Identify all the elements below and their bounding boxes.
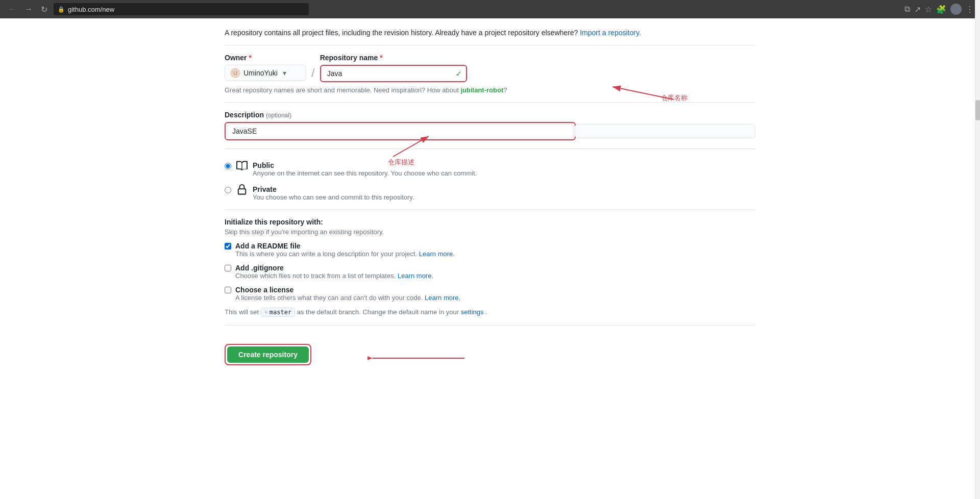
url-text: github.com/new [68, 6, 114, 13]
extensions-icon[interactable]: 🧩 [936, 5, 946, 14]
create-arrow-svg [368, 348, 470, 368]
repo-name-input[interactable] [322, 67, 465, 80]
branch-badge: ⑂ master [261, 308, 295, 317]
description-input-wrapper [225, 122, 576, 140]
section-divider [225, 45, 755, 45]
private-icon [236, 184, 248, 198]
gitignore-info: Add .gitignore Choose which files not to… [235, 264, 433, 280]
license-description: A license tells others what they can and… [235, 294, 460, 302]
suggestion-text: Great repository names are short and mem… [225, 86, 755, 94]
license-info: Choose a license A license tells others … [235, 286, 460, 302]
public-radio[interactable] [225, 163, 231, 169]
repo-name-wrapper: ✓ [320, 65, 467, 82]
private-info: Private You choose who can see and commi… [253, 185, 414, 201]
page-content: A repository contains all project files,… [204, 18, 776, 396]
description-divider [225, 102, 755, 103]
private-radio[interactable] [225, 187, 231, 193]
owner-select[interactable]: U UminoYuki ▾ [225, 65, 306, 81]
owner-repo-row: Owner * U UminoYuki ▾ / Repository name … [225, 54, 755, 82]
default-branch-text: This will set ⑂ master as the default br… [225, 308, 755, 317]
import-link[interactable]: Import a repository. [580, 29, 641, 37]
public-icon [236, 160, 248, 174]
public-info: Public Anyone on the internet can see th… [253, 161, 477, 177]
init-divider [225, 209, 755, 210]
readme-learn-more[interactable]: Learn more. [419, 250, 455, 258]
private-option: Private You choose who can see and commi… [225, 185, 755, 201]
suggestion-name: jubilant-robot [460, 86, 503, 94]
intro-text: A repository contains all project files,… [225, 29, 755, 37]
menu-icon[interactable]: ⋮ [966, 5, 974, 14]
public-description: Anyone on the internet can see this repo… [253, 169, 477, 177]
owner-field-group: Owner * U UminoYuki ▾ [225, 54, 306, 81]
license-checkbox[interactable] [225, 287, 231, 293]
create-repository-button[interactable]: Create repository [227, 346, 309, 363]
private-description: You choose who can see and commit to thi… [253, 193, 414, 201]
gitignore-checkbox[interactable] [225, 265, 231, 271]
gitignore-learn-more[interactable]: Learn more. [398, 272, 433, 280]
readme-checkbox[interactable] [225, 243, 231, 250]
share-icon[interactable]: ↗ [914, 5, 921, 14]
init-subtitle: Skip this step if you're importing an ex… [225, 228, 755, 236]
init-section: Initialize this repository with: Skip th… [225, 218, 755, 302]
create-btn-wrapper: Create repository [225, 344, 311, 365]
gitignore-title: Add .gitignore [235, 264, 433, 272]
readme-option: Add a README file This is where you can … [225, 242, 755, 258]
license-title: Choose a license [235, 286, 460, 294]
owner-avatar: U [230, 68, 240, 78]
description-input[interactable] [227, 124, 574, 138]
owner-label: Owner * [225, 54, 306, 62]
scrollbar-thumb[interactable] [975, 100, 980, 120]
repo-name-annotation: 仓库名称 [661, 94, 688, 102]
repo-name-label: Repository name * [320, 54, 467, 62]
optional-label: (optional) [266, 112, 291, 119]
license-learn-more[interactable]: Learn more. [425, 294, 460, 302]
create-section: Create repository [225, 344, 311, 365]
public-option: Public Anyone on the internet can see th… [225, 161, 755, 177]
gitignore-option: Add .gitignore Choose which files not to… [225, 264, 755, 280]
owner-required: * [249, 54, 251, 62]
browser-chrome: ← → ↻ 🔒 github.com/new ⧉ ↗ ☆ 🧩 ⋮ [0, 0, 980, 18]
public-title: Public [253, 161, 477, 169]
forward-button[interactable]: → [22, 4, 35, 15]
bookmark-icon[interactable]: ☆ [925, 5, 932, 14]
cast-icon[interactable]: ⧉ [904, 5, 910, 14]
license-option: Choose a license A license tells others … [225, 286, 755, 302]
back-button[interactable]: ← [6, 4, 18, 15]
readme-info: Add a README file This is where you can … [235, 242, 455, 258]
owner-name: UminoYuki [243, 69, 278, 77]
scrollbar-track[interactable] [975, 0, 980, 396]
init-title: Initialize this repository with: [225, 218, 755, 226]
browser-actions: ⧉ ↗ ☆ 🧩 ⋮ [904, 4, 974, 15]
readme-description: This is where you can write a long descr… [235, 250, 455, 258]
visibility-divider [225, 148, 755, 149]
owner-chevron-icon: ▾ [283, 69, 286, 77]
readme-title: Add a README file [235, 242, 455, 250]
create-arrow-container [368, 348, 470, 370]
gitignore-description: Choose which files not to track from a l… [235, 272, 433, 280]
settings-link[interactable]: settings [461, 308, 484, 316]
description-extra-input[interactable] [575, 124, 755, 138]
profile-avatar[interactable] [950, 4, 962, 15]
lock-icon: 🔒 [58, 6, 65, 13]
description-row [225, 122, 755, 140]
reload-button[interactable]: ↻ [39, 4, 50, 15]
repo-name-required: * [380, 54, 382, 62]
create-divider [225, 325, 755, 326]
description-label: Description (optional) [225, 111, 755, 119]
address-bar[interactable]: 🔒 github.com/new [54, 3, 309, 15]
branch-icon: ⑂ [264, 309, 268, 316]
repo-name-field-group: Repository name * ✓ [320, 54, 467, 82]
checkmark-icon: ✓ [455, 69, 462, 79]
private-title: Private [253, 185, 414, 193]
visibility-section: Public Anyone on the internet can see th… [225, 161, 755, 201]
slash-divider: / [306, 66, 320, 80]
description-section: Description (optional) 仓库描述 [225, 111, 755, 140]
